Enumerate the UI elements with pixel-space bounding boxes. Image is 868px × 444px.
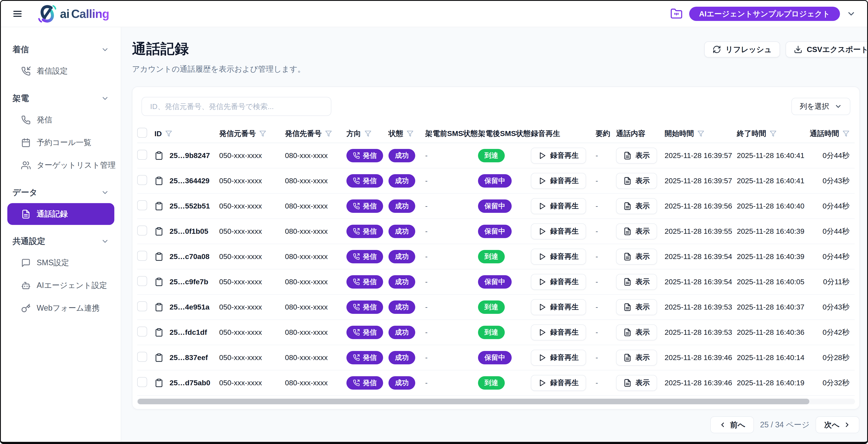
project-selector-button[interactable]: AIエージェントサンプルプロジェクト — [689, 7, 840, 21]
status-badge: 成功 — [389, 376, 415, 390]
phone-icon — [21, 115, 31, 125]
play-recording-button[interactable]: 録音再生 — [531, 173, 586, 189]
next-page-button[interactable]: 次へ — [815, 416, 859, 433]
view-content-button[interactable]: 表示 — [616, 224, 657, 239]
from-number: 050-xxx-xxxx — [219, 379, 285, 387]
sms-before-status: - — [425, 202, 478, 210]
sms-before-status: - — [425, 277, 478, 286]
play-recording-button[interactable]: 録音再生 — [531, 375, 586, 391]
pagination: 前へ 25 / 34 ページ 次へ — [132, 416, 859, 438]
play-recording-button[interactable]: 録音再生 — [531, 249, 586, 265]
scrollbar-thumb[interactable] — [137, 399, 809, 404]
column-header: 方向 — [346, 129, 389, 139]
horizontal-scrollbar — [137, 399, 855, 404]
row-checkbox[interactable] — [137, 200, 147, 210]
end-time: 2025-11-28 16:40:41 — [737, 151, 811, 160]
sidebar-item-call-records[interactable]: 通話記録 — [7, 203, 114, 225]
view-content-button[interactable]: 表示 — [616, 375, 657, 391]
row-checkbox[interactable] — [137, 175, 147, 185]
row-checkbox[interactable] — [137, 352, 147, 362]
sidebar-section-header[interactable]: 着信 — [7, 40, 114, 59]
view-content-button[interactable]: 表示 — [616, 173, 657, 189]
file-text-icon — [623, 253, 631, 261]
select-all-checkbox[interactable] — [137, 128, 147, 138]
end-time: 2025-11-28 16:40:39 — [737, 252, 811, 261]
row-checkbox[interactable] — [137, 251, 147, 261]
play-recording-button[interactable]: 録音再生 — [531, 148, 586, 164]
call-id: 25…c9fe7b — [169, 277, 208, 286]
view-content-button[interactable]: 表示 — [616, 148, 657, 164]
play-recording-button[interactable]: 録音再生 — [531, 198, 586, 214]
search-input[interactable] — [142, 97, 331, 116]
sidebar-item-incoming-settings[interactable]: 着信設定 — [7, 60, 114, 82]
view-content-button[interactable]: 表示 — [616, 198, 657, 214]
to-number: 080-xxx-xxxx — [285, 227, 346, 236]
sms-after-badge: 到達 — [478, 250, 505, 263]
call-records-card: 列を選択 ID 発信元番号 発信先番号 方向 状態 架電前SMS状態 架電後SM… — [132, 87, 860, 410]
row-checkbox[interactable] — [137, 226, 147, 236]
start-time: 2025-11-28 16:39:57 — [664, 151, 737, 160]
page-title: 通話記録 — [132, 39, 305, 58]
sidebar-section-header[interactable]: データ — [7, 183, 114, 202]
users-icon — [21, 160, 31, 170]
sidebar-section-header[interactable]: 共通設定 — [7, 231, 114, 251]
play-icon — [538, 151, 547, 160]
play-recording-button[interactable]: 録音再生 — [531, 274, 586, 290]
start-time: 2025-11-28 16:39:55 — [664, 227, 737, 236]
row-checkbox[interactable] — [137, 150, 147, 160]
sms-before-status: - — [425, 227, 478, 236]
sms-before-status: - — [425, 353, 478, 362]
table-row: 25…d75ab0 050-xxx-xxxx 080-xxx-xxxx 発信 成… — [137, 371, 855, 396]
to-number: 080-xxx-xxxx — [285, 277, 346, 286]
end-time: 2025-11-28 16:40:37 — [737, 303, 811, 311]
sidebar-item-webform-integration[interactable]: Webフォーム連携 — [7, 297, 114, 319]
play-icon — [538, 278, 547, 286]
csv-export-button[interactable]: CSVエクスポート — [785, 41, 868, 57]
hamburger-menu-icon[interactable] — [12, 8, 23, 19]
row-checkbox[interactable] — [137, 327, 147, 336]
call-id: 25…d75ab0 — [169, 379, 210, 387]
play-recording-button[interactable]: 録音再生 — [531, 299, 586, 315]
view-content-button[interactable]: 表示 — [616, 299, 657, 315]
status-badge: 成功 — [389, 149, 415, 162]
table-row: 25…c9fe7b 050-xxx-xxxx 080-xxx-xxxx 発信 成… — [137, 269, 855, 295]
refresh-button[interactable]: リフレッシュ — [704, 41, 780, 57]
project-chevron-down-icon[interactable] — [846, 9, 856, 19]
duration: 0分11秒 — [811, 277, 851, 287]
view-content-button[interactable]: 表示 — [616, 350, 657, 366]
play-icon — [538, 328, 547, 336]
sidebar-item-scheduled-calls[interactable]: 予約コール一覧 — [7, 132, 114, 153]
sidebar-item-label: ターゲットリスト管理 — [37, 160, 116, 171]
clipboard-icon — [154, 176, 163, 185]
prev-page-button[interactable]: 前へ — [710, 416, 754, 433]
column-header: 終了時間 — [737, 129, 811, 139]
funnel-icon — [365, 130, 371, 137]
play-icon — [538, 177, 547, 185]
row-checkbox[interactable] — [137, 301, 147, 311]
sidebar-item-sms-settings[interactable]: SMS設定 — [7, 252, 114, 274]
duration: 0分43秒 — [811, 302, 851, 312]
sidebar-item-label: 予約コール一覧 — [37, 137, 91, 148]
sidebar-item-target-lists[interactable]: ターゲットリスト管理 — [7, 154, 114, 176]
sidebar-item-ai-agent-settings[interactable]: AIエージェント設定 — [7, 274, 114, 296]
status-badge: 成功 — [389, 225, 415, 238]
sidebar-item-outbound-call[interactable]: 発信 — [7, 109, 114, 131]
row-checkbox[interactable] — [137, 377, 147, 387]
to-number: 080-xxx-xxxx — [285, 353, 346, 362]
project-folder-icon[interactable] — [670, 7, 683, 20]
table-row: 25…c70a08 050-xxx-xxxx 080-xxx-xxxx 発信 成… — [137, 244, 855, 269]
summary: - — [595, 151, 616, 160]
table-row: 25…837eef 050-xxx-xxxx 080-xxx-xxxx 発信 成… — [137, 345, 855, 371]
message-square-icon — [21, 258, 31, 268]
sidebar-section-header[interactable]: 架電 — [7, 89, 114, 108]
play-recording-button[interactable]: 録音再生 — [531, 350, 586, 366]
row-checkbox[interactable] — [137, 276, 147, 286]
play-recording-button[interactable]: 録音再生 — [531, 224, 586, 239]
play-recording-button[interactable]: 録音再生 — [531, 324, 586, 341]
view-content-button[interactable]: 表示 — [616, 249, 657, 265]
end-time: 2025-11-28 16:40:05 — [737, 277, 811, 286]
select-columns-button[interactable]: 列を選択 — [792, 98, 850, 115]
view-content-button[interactable]: 表示 — [616, 324, 657, 341]
calendar-icon — [21, 138, 31, 147]
view-content-button[interactable]: 表示 — [616, 274, 657, 290]
